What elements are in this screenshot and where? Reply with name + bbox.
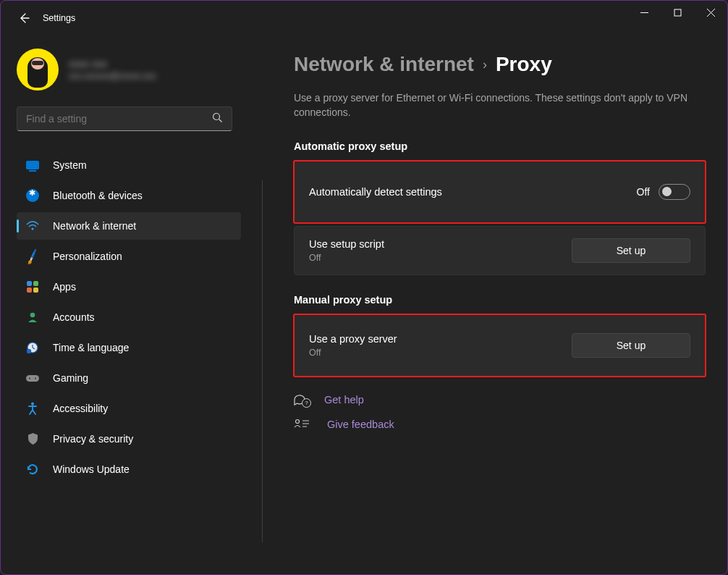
shield-icon bbox=[25, 432, 40, 446]
svg-point-12 bbox=[27, 349, 31, 353]
give-feedback-link[interactable]: Give feedback bbox=[294, 419, 706, 430]
clock-icon bbox=[25, 340, 40, 355]
profile-block[interactable]: xxxx xxx xxx.xxxxxx@xxxxx.xxx bbox=[17, 49, 229, 91]
search-box[interactable] bbox=[17, 106, 232, 131]
window-title: Settings bbox=[43, 13, 75, 23]
back-arrow-icon bbox=[18, 12, 30, 24]
nav-system[interactable]: System bbox=[17, 151, 241, 179]
section-manual-title: Manual proxy setup bbox=[294, 294, 706, 306]
minimize-button[interactable] bbox=[627, 1, 661, 24]
back-button[interactable] bbox=[15, 9, 33, 27]
section-auto-title: Automatic proxy setup bbox=[294, 140, 706, 152]
nav-label: Gaming bbox=[53, 372, 88, 384]
svg-line-5 bbox=[219, 119, 222, 122]
feedback-icon bbox=[294, 419, 310, 430]
svg-point-15 bbox=[35, 378, 36, 379]
auto-detect-label: Automatically detect settings bbox=[309, 186, 637, 198]
svg-point-6 bbox=[32, 228, 34, 230]
nav-personalization[interactable]: 🖌️ Personalization bbox=[17, 243, 241, 270]
nav-label: System bbox=[53, 159, 87, 171]
nav-label: Time & language bbox=[53, 342, 129, 353]
nav-accessibility[interactable]: Accessibility bbox=[17, 395, 241, 422]
main-content: Network & internet › Proxy Use a proxy s… bbox=[229, 35, 727, 574]
svg-point-14 bbox=[29, 378, 30, 379]
page-description: Use a proxy server for Ethernet or Wi-Fi… bbox=[294, 91, 699, 120]
nav-accounts[interactable]: Accounts bbox=[17, 303, 241, 331]
give-feedback-label: Give feedback bbox=[327, 419, 394, 430]
apps-icon bbox=[25, 280, 40, 294]
update-icon bbox=[25, 462, 40, 477]
avatar bbox=[17, 49, 59, 91]
wifi-icon bbox=[25, 219, 40, 233]
svg-point-16 bbox=[31, 403, 34, 406]
nav-network-internet[interactable]: Network & internet bbox=[17, 212, 241, 240]
nav-privacy-security[interactable]: Privacy & security bbox=[17, 425, 241, 453]
search-input[interactable] bbox=[26, 113, 212, 125]
proxy-server-status: Off bbox=[309, 348, 572, 358]
nav-apps[interactable]: Apps bbox=[17, 273, 241, 301]
svg-point-4 bbox=[213, 113, 220, 119]
setup-script-status: Off bbox=[309, 253, 572, 263]
system-icon bbox=[25, 158, 40, 172]
svg-rect-1 bbox=[674, 9, 681, 16]
card-use-proxy-server: Use a proxy server Off Set up bbox=[294, 314, 706, 377]
nav-label: Accounts bbox=[53, 311, 95, 323]
close-button[interactable] bbox=[694, 1, 727, 24]
person-icon bbox=[25, 310, 40, 324]
page-title: Proxy bbox=[496, 53, 552, 76]
bluetooth-icon bbox=[25, 188, 40, 203]
nav-label: Personalization bbox=[53, 251, 122, 262]
accessibility-icon bbox=[25, 401, 40, 416]
nav-label: Apps bbox=[53, 281, 76, 293]
svg-rect-13 bbox=[26, 375, 39, 382]
nav: System Bluetooth & devices Network & int… bbox=[17, 151, 241, 483]
get-help-label: Get help bbox=[324, 394, 364, 406]
search-icon bbox=[212, 112, 223, 126]
nav-label: Bluetooth & devices bbox=[53, 190, 143, 201]
brush-icon: 🖌️ bbox=[25, 249, 40, 264]
setup-script-label: Use setup script bbox=[309, 238, 572, 250]
maximize-button[interactable] bbox=[661, 1, 694, 24]
nav-time-language[interactable]: Time & language bbox=[17, 334, 241, 361]
auto-detect-toggle[interactable] bbox=[659, 184, 690, 200]
breadcrumb-parent[interactable]: Network & internet bbox=[294, 53, 474, 76]
nav-windows-update[interactable]: Windows Update bbox=[17, 456, 241, 483]
nav-label: Privacy & security bbox=[53, 433, 133, 445]
card-auto-detect: Automatically detect settings Off bbox=[294, 161, 706, 223]
auto-detect-state: Off bbox=[637, 186, 650, 198]
nav-label: Accessibility bbox=[53, 403, 108, 414]
breadcrumb: Network & internet › Proxy bbox=[294, 53, 706, 76]
svg-point-17 bbox=[296, 419, 300, 423]
nav-bluetooth-devices[interactable]: Bluetooth & devices bbox=[17, 182, 241, 209]
nav-label: Network & internet bbox=[53, 220, 136, 232]
card-setup-script: Use setup script Off Set up bbox=[294, 226, 706, 275]
titlebar: Settings bbox=[1, 1, 727, 35]
proxy-server-label: Use a proxy server bbox=[309, 333, 572, 345]
profile-email: xxx.xxxxxx@xxxxx.xxx bbox=[69, 71, 156, 81]
profile-name: xxxx xxx bbox=[69, 58, 156, 70]
nav-label: Windows Update bbox=[53, 463, 130, 475]
chevron-right-icon: › bbox=[483, 57, 487, 72]
get-help-link[interactable]: Get help bbox=[294, 394, 706, 406]
help-icon bbox=[294, 394, 307, 406]
setup-script-button[interactable]: Set up bbox=[572, 238, 690, 263]
nav-gaming[interactable]: Gaming bbox=[17, 364, 241, 392]
vertical-divider bbox=[262, 180, 263, 542]
gamepad-icon bbox=[25, 371, 40, 385]
sidebar: xxxx xxx xxx.xxxxxx@xxxxx.xxx System Blu… bbox=[1, 35, 229, 574]
svg-point-7 bbox=[30, 313, 35, 318]
proxy-server-setup-button[interactable]: Set up bbox=[572, 333, 690, 358]
